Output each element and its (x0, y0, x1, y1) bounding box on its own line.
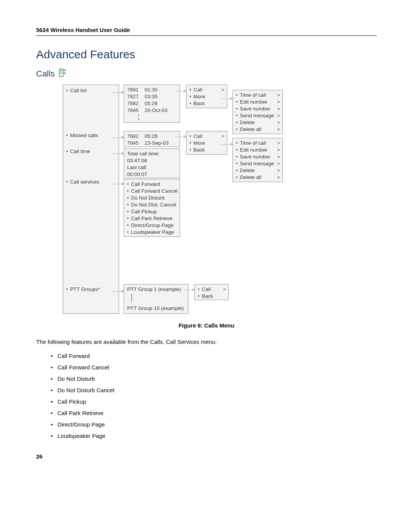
submenu-call: Call (190, 133, 224, 140)
page-number: 26 (36, 453, 377, 460)
missed-number: 7845 (127, 140, 145, 147)
feature-item: Call Pickup (57, 396, 377, 407)
ptt-groups-box: PTT Group 1 (example) PTT Group 10 (exam… (124, 284, 188, 314)
call-list-box: 789101:30 782703:35 768205:26 784520-Oct… (124, 85, 180, 123)
more-save-number: Save number (236, 153, 279, 160)
menu-item-missed-calls: Missed calls (66, 132, 98, 139)
call-time: 05:26 (145, 101, 158, 106)
phone-book-icon (59, 69, 66, 79)
body-text: The following features are available fro… (36, 338, 377, 346)
call-number: 7845 (127, 107, 145, 114)
calltime-label-total: Total call time: (127, 150, 177, 157)
arrow-icon (113, 289, 124, 294)
more-edit-number: Edit number (236, 99, 279, 105)
service-call-pickup: Call Pickup (127, 208, 177, 215)
arrow-icon (113, 90, 124, 95)
feature-item: Loudspeaker Page (57, 430, 377, 442)
missed-date: 23-Sep-03 (145, 140, 169, 146)
service-do-not-disturb: Do Not Disturb (127, 195, 177, 201)
call-date: 20-Oct-03 (145, 107, 167, 113)
call-number: 7682 (127, 100, 145, 107)
submenu-back: Back (190, 147, 224, 153)
more-options-box-2: Time of call Edit number Save number Sen… (233, 138, 283, 182)
arrow-icon (175, 134, 186, 139)
more-delete-all: Delete all (236, 126, 279, 133)
features-list: Call Forward Call Forward Cancel Do Not … (36, 350, 377, 442)
more-options-box: Time of call Edit number Save number Sen… (233, 90, 283, 134)
more-time-of-call: Time of call (236, 92, 279, 99)
ellipsis-icon (138, 114, 139, 120)
submenu-back: Back (190, 100, 224, 107)
arrow-icon (113, 181, 124, 187)
menu-item-call-time: Call time (66, 148, 90, 155)
call-time-box: Total call time: 03:47:06 Last call: 00:… (124, 149, 180, 178)
call-number: 7827 (127, 93, 145, 100)
doc-header: 5624 Wireless Handset User Guide (36, 27, 377, 36)
heading-calls: Calls (36, 69, 377, 79)
call-number: 7891 (127, 86, 145, 93)
more-save-number: Save number (236, 105, 279, 112)
feature-item: Call Park Retrieve (57, 407, 377, 419)
service-direct-group-page: Direct/Group Page (127, 222, 177, 229)
service-dnd-cancel: Do Not Dist. Cancel (127, 201, 177, 208)
more-time-of-call: Time of call (236, 140, 279, 147)
menu-item-call-list: Call list (66, 87, 87, 94)
arrow-icon (222, 142, 233, 147)
heading-advanced-features: Advanced Features (36, 48, 377, 61)
ptt-group-1: PTT Group 1 (example) (127, 286, 181, 293)
service-loudspeaker-page: Loudspeaker Page (127, 229, 177, 236)
more-send-message: Send message (236, 160, 279, 167)
feature-item: Direct/Group Page (57, 419, 377, 430)
calltime-label-last: Last call: (127, 164, 177, 171)
call-submenu-box: Call More Back (186, 85, 227, 108)
heading-calls-text: Calls (36, 69, 55, 79)
feature-item: Call Forward Cancel (57, 362, 377, 373)
missed-calls-box: 768205:26 784523-Sep-03 (124, 131, 180, 147)
missed-time: 05:26 (145, 133, 158, 139)
ptt-group-10: PTT Group 10 (example) (127, 305, 184, 312)
arrow-icon (175, 88, 186, 94)
more-delete-all: Delete all (236, 174, 279, 181)
service-call-forward: Call Forward (127, 181, 177, 188)
submenu-back: Back (198, 293, 225, 300)
feature-item: Call Forward (57, 350, 377, 362)
arrow-icon (222, 96, 233, 101)
arrow-icon (184, 287, 194, 292)
calls-menu-diagram: Call list Missed calls Call time Call se… (63, 85, 306, 317)
more-delete: Delete (236, 119, 279, 126)
call-time: 03:35 (145, 94, 158, 99)
call-time: 01:30 (145, 87, 158, 93)
ellipsis-icon (131, 294, 132, 302)
menu-item-ptt-groups: PTT Groups* (66, 286, 100, 293)
main-menu-box: Call list Missed calls Call time Call se… (63, 85, 119, 314)
arrow-icon (113, 151, 124, 156)
submenu-more: More (190, 93, 224, 100)
submenu-call: Call (198, 286, 225, 293)
more-edit-number: Edit number (236, 147, 279, 153)
calltime-total-value: 03:47:06 (127, 157, 177, 164)
feature-item: Do Not Disturb Cancel (57, 385, 377, 396)
menu-item-call-services: Call services (66, 179, 99, 185)
calltime-last-value: 00:00:07 (127, 171, 177, 178)
ptt-submenu-box: Call Back (194, 284, 229, 300)
service-call-forward-cancel: Call Forward Cancel (127, 188, 177, 195)
figure-caption: Figure 6: Calls Menu (36, 322, 377, 329)
submenu-call: Call (190, 86, 224, 93)
missed-submenu-box: Call More Back (186, 131, 227, 155)
service-call-park-retrieve: Call Park Retreive (127, 215, 177, 222)
submenu-more: More (190, 140, 224, 147)
missed-number: 7682 (127, 133, 145, 140)
call-services-box: Call Forward Call Forward Cancel Do Not … (124, 179, 180, 237)
more-send-message: Send message (236, 112, 279, 119)
arrow-icon (113, 135, 124, 140)
feature-item: Do Not Disturb (57, 373, 377, 385)
svg-rect-0 (59, 69, 63, 77)
more-delete: Delete (236, 167, 279, 174)
